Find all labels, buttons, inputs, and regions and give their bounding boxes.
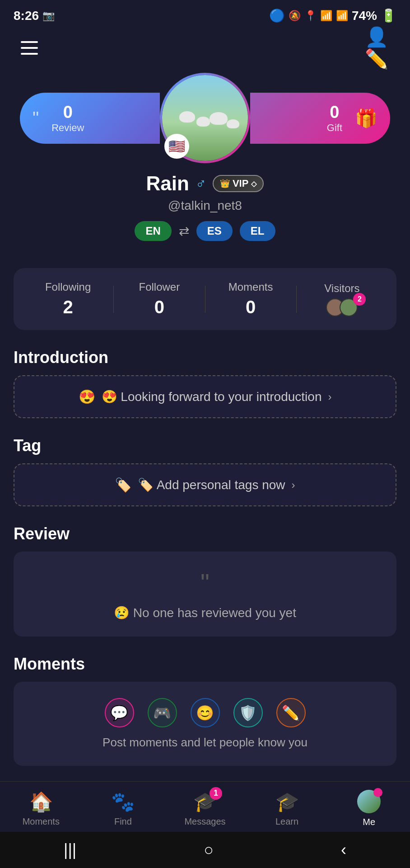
stats-banner: " 0 Review 🇺🇸 (20, 73, 390, 163)
home-button[interactable]: ○ (204, 840, 214, 859)
nav-moments-label: Moments (23, 816, 60, 827)
introduction-chevron-icon: › (328, 391, 331, 403)
gift-stat[interactable]: 0 Gift (327, 103, 342, 134)
nav-messages[interactable]: 🎓 1 Messages (164, 791, 246, 827)
tag-placeholder: 🏷️ Add personal tags now (138, 477, 285, 492)
review-title: Review (14, 524, 396, 543)
review-section: Review " 😢 No one has reviewed you yet (14, 524, 396, 637)
lang-es[interactable]: ES (196, 221, 233, 241)
recent-apps-button[interactable]: ||| (64, 840, 76, 859)
tag-title: Tag (14, 436, 396, 455)
avatar-container[interactable]: 🇺🇸 (160, 73, 250, 163)
menu-line-1 (21, 41, 38, 43)
quote-icon: " (33, 108, 39, 128)
visitors-label: Visitors (324, 282, 359, 295)
lang-exchange-icon: ⇄ (179, 224, 189, 239)
review-label: Review (51, 122, 84, 134)
vip-crown-icon: 👑 (220, 179, 230, 189)
love-eyes-icon: 😍 (79, 389, 95, 405)
back-button[interactable]: ‹ (341, 840, 346, 859)
nav-me-label: Me (363, 817, 375, 827)
visitors-stat[interactable]: Visitors 2 (297, 282, 387, 316)
menu-button[interactable] (14, 32, 45, 64)
introduction-placeholder: 😍 Looking forward to your introduction (102, 389, 322, 404)
nav-me[interactable]: Me (328, 790, 410, 827)
nav-moments-icon: 🏠 (29, 791, 53, 813)
visitors-avatars: 2 (326, 298, 358, 316)
moments-icons-row: 💬 🎮 😊 🛡️ ✏️ (105, 698, 306, 727)
following-label: Following (45, 281, 91, 293)
moments-value: 0 (246, 297, 256, 317)
lang-en[interactable]: EN (135, 221, 171, 241)
user-name: Rain (146, 172, 189, 195)
moments-box: 💬 🎮 😊 🛡️ ✏️ Post moments and let people … (14, 682, 396, 766)
nav-find-label: Find (114, 816, 132, 827)
language-row: EN ⇄ ES EL (135, 221, 275, 241)
review-box: " 😢 No one has reviewed you yet (14, 552, 396, 637)
wifi-icon: 📶 (320, 10, 332, 22)
menu-line-2 (21, 47, 38, 49)
status-time: 8:26 📷 (14, 9, 55, 23)
me-avatar-badge (373, 788, 382, 797)
tag-section: Tag 🏷️ 🏷️ Add personal tags now › (14, 436, 396, 506)
visitors-badge: 2 (353, 293, 366, 306)
review-stat[interactable]: 0 Review (51, 103, 84, 134)
edit-profile-button[interactable]: 👤✏️ (365, 32, 396, 64)
nav-learn-icon: 🎓 (275, 791, 299, 813)
nav-find[interactable]: 🐾 Find (82, 791, 164, 827)
country-flag: 🇺🇸 (168, 138, 185, 154)
nav-me-avatar (357, 790, 381, 813)
follower-value: 0 (154, 297, 164, 317)
username: @talkin_net8 (168, 198, 242, 213)
messages-badge: 1 (210, 787, 222, 800)
moments-label: Moments (228, 281, 273, 293)
moment-icon-shield: 🛡️ (233, 698, 263, 727)
video-icon: 📷 (42, 10, 55, 22)
stats-row: Following 2 Follower 0 Moments 0 Visitor… (14, 268, 396, 330)
introduction-title: Introduction (14, 348, 396, 367)
tag-icon: 🏷️ (115, 477, 131, 493)
introduction-section: Introduction 😍 😍 Looking forward to your… (14, 348, 396, 418)
following-stat[interactable]: Following 2 (23, 281, 113, 317)
moment-icon-face: 😊 (191, 698, 220, 727)
time-display: 8:26 (14, 9, 39, 23)
nav-moments[interactable]: 🏠 Moments (0, 791, 82, 827)
moment-icon-edit: ✏️ (276, 698, 306, 727)
moments-section: Moments 💬 🎮 😊 🛡️ ✏️ Post moments and let… (14, 655, 396, 766)
review-quote-icon: " (200, 568, 210, 597)
name-row: Rain ♂ 👑 VIP ◇ (146, 172, 264, 195)
tag-input[interactable]: 🏷️ 🏷️ Add personal tags now › (14, 463, 396, 506)
gift-label: Gift (327, 122, 342, 134)
battery-icon: 🔋 (381, 8, 396, 23)
introduction-input[interactable]: 😍 😍 Looking forward to your introduction… (14, 375, 396, 418)
location-icon: 📍 (304, 10, 317, 22)
review-count: 0 (63, 103, 73, 122)
nav-find-icon: 🐾 (111, 791, 135, 813)
moments-stat[interactable]: Moments 0 (205, 281, 296, 317)
app-header: 👤✏️ (0, 28, 410, 64)
nav-learn-label: Learn (275, 816, 298, 827)
menu-line-3 (21, 53, 38, 55)
gift-icon: 🎁 (355, 108, 377, 129)
battery-display: 74% (352, 9, 377, 23)
tag-chevron-icon: › (292, 479, 295, 491)
bluetooth-icon: 🔵 (269, 8, 285, 23)
edit-profile-icon: 👤✏️ (365, 26, 396, 70)
nav-learn[interactable]: 🎓 Learn (246, 791, 328, 827)
follower-label: Follower (139, 281, 180, 293)
status-bar: 8:26 📷 🔵 🔕 📍 📶 📶 74% 🔋 (0, 0, 410, 28)
vip-badge: 👑 VIP ◇ (213, 175, 264, 192)
gift-count: 0 (330, 103, 339, 122)
following-value: 2 (63, 297, 73, 317)
nav-messages-label: Messages (184, 816, 225, 827)
system-nav: ||| ○ ‹ (0, 832, 410, 868)
nav-messages-icon: 🎓 1 (193, 791, 217, 813)
flag-badge: 🇺🇸 (164, 134, 189, 159)
moment-icon-game: 🎮 (148, 698, 177, 727)
banner-right: 0 Gift 🎁 (250, 93, 390, 144)
follower-stat[interactable]: Follower 0 (114, 281, 205, 317)
gender-icon: ♂ (196, 175, 206, 192)
bottom-nav: 🏠 Moments 🐾 Find 🎓 1 Messages 🎓 Learn Me (0, 781, 410, 832)
lang-el[interactable]: EL (240, 221, 275, 241)
vip-diamond-icon: ◇ (251, 179, 256, 188)
